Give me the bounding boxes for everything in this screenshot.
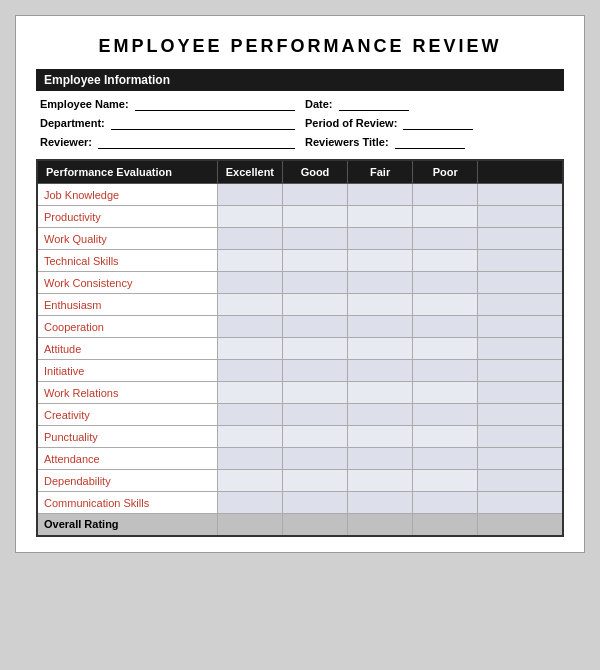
rating-cell[interactable] — [282, 470, 347, 492]
rating-cell[interactable] — [348, 316, 413, 338]
rating-cell[interactable] — [282, 294, 347, 316]
date-label: Date: — [305, 98, 333, 110]
table-row: Creativity — [37, 404, 563, 426]
rating-cell[interactable] — [282, 382, 347, 404]
rating-cell[interactable] — [348, 404, 413, 426]
page: EMPLOYEE PERFORMANCE REVIEW Employee Inf… — [15, 15, 585, 553]
table-row: Cooperation — [37, 316, 563, 338]
rating-cell[interactable] — [413, 404, 478, 426]
rating-cell[interactable] — [217, 382, 282, 404]
rating-cell[interactable] — [348, 338, 413, 360]
rating-cell[interactable] — [282, 206, 347, 228]
overall-rating-cell[interactable] — [348, 514, 413, 536]
rating-cell[interactable] — [413, 250, 478, 272]
rating-cell[interactable] — [217, 228, 282, 250]
rating-cell[interactable] — [348, 184, 413, 206]
table-row: Job Knowledge — [37, 184, 563, 206]
rating-cell[interactable] — [348, 360, 413, 382]
reviewers-title-input[interactable] — [395, 135, 465, 149]
rating-cell[interactable] — [348, 448, 413, 470]
table-row: Technical Skills — [37, 250, 563, 272]
rating-cell[interactable] — [413, 272, 478, 294]
table-row: Attendance — [37, 448, 563, 470]
rating-cell[interactable] — [282, 228, 347, 250]
rating-cell[interactable] — [217, 404, 282, 426]
period-row: Period of Review: — [305, 116, 560, 130]
rating-cell[interactable] — [282, 404, 347, 426]
rating-cell[interactable] — [413, 382, 478, 404]
rating-cell[interactable] — [282, 360, 347, 382]
rating-cell[interactable] — [282, 250, 347, 272]
rating-cell[interactable] — [348, 228, 413, 250]
rating-cell[interactable] — [348, 382, 413, 404]
reviewer-input[interactable] — [98, 135, 295, 149]
extra-cell — [478, 338, 563, 360]
table-row: Punctuality — [37, 426, 563, 448]
rating-cell[interactable] — [217, 316, 282, 338]
rating-cell[interactable] — [413, 448, 478, 470]
row-name-cell: Work Relations — [37, 382, 217, 404]
rating-cell[interactable] — [217, 448, 282, 470]
rating-cell[interactable] — [217, 272, 282, 294]
rating-cell[interactable] — [348, 206, 413, 228]
employee-name-label: Employee Name: — [40, 98, 129, 110]
rating-cell[interactable] — [217, 426, 282, 448]
rating-cell[interactable] — [413, 470, 478, 492]
row-name-cell: Work Consistency — [37, 272, 217, 294]
rating-cell[interactable] — [282, 272, 347, 294]
rating-cell[interactable] — [348, 426, 413, 448]
rating-cell[interactable] — [413, 206, 478, 228]
col-header-excellent: Excellent — [217, 160, 282, 184]
rating-cell[interactable] — [217, 360, 282, 382]
rating-cell[interactable] — [282, 426, 347, 448]
rating-cell[interactable] — [282, 184, 347, 206]
table-row: Productivity — [37, 206, 563, 228]
rating-cell[interactable] — [413, 492, 478, 514]
rating-cell[interactable] — [282, 448, 347, 470]
rating-cell[interactable] — [413, 294, 478, 316]
rating-cell[interactable] — [348, 294, 413, 316]
rating-cell[interactable] — [413, 338, 478, 360]
row-name-cell: Initiative — [37, 360, 217, 382]
employee-name-input[interactable] — [135, 97, 295, 111]
rating-cell[interactable] — [282, 492, 347, 514]
rating-cell[interactable] — [348, 492, 413, 514]
row-name-cell: Work Quality — [37, 228, 217, 250]
rating-cell[interactable] — [413, 184, 478, 206]
rating-cell[interactable] — [348, 272, 413, 294]
row-name-cell: Attitude — [37, 338, 217, 360]
rating-cell[interactable] — [217, 294, 282, 316]
rating-cell[interactable] — [282, 338, 347, 360]
rating-cell[interactable] — [413, 316, 478, 338]
rating-cell[interactable] — [217, 470, 282, 492]
rating-cell[interactable] — [217, 206, 282, 228]
overall-rating-row: Overall Rating — [37, 514, 563, 536]
row-name-cell: Attendance — [37, 448, 217, 470]
rating-cell[interactable] — [348, 250, 413, 272]
rating-cell[interactable] — [282, 316, 347, 338]
rating-cell[interactable] — [217, 338, 282, 360]
overall-rating-cell[interactable] — [217, 514, 282, 536]
overall-rating-cell[interactable] — [282, 514, 347, 536]
rating-cell[interactable] — [217, 250, 282, 272]
date-input[interactable] — [339, 97, 409, 111]
extra-cell — [478, 470, 563, 492]
page-title: EMPLOYEE PERFORMANCE REVIEW — [36, 36, 564, 57]
col-header-fair: Fair — [348, 160, 413, 184]
overall-rating-cell[interactable] — [413, 514, 478, 536]
department-label: Department: — [40, 117, 105, 129]
extra-cell — [478, 184, 563, 206]
employee-info-header: Employee Information — [36, 69, 564, 91]
rating-cell[interactable] — [217, 492, 282, 514]
department-row: Department: — [40, 116, 295, 130]
period-label: Period of Review: — [305, 117, 397, 129]
rating-cell[interactable] — [413, 426, 478, 448]
rating-cell[interactable] — [413, 228, 478, 250]
employee-info-grid: Employee Name: Date: Department: Period … — [36, 97, 564, 149]
extra-cell — [478, 272, 563, 294]
rating-cell[interactable] — [413, 360, 478, 382]
rating-cell[interactable] — [217, 184, 282, 206]
period-input[interactable] — [403, 116, 473, 130]
rating-cell[interactable] — [348, 470, 413, 492]
department-input[interactable] — [111, 116, 295, 130]
